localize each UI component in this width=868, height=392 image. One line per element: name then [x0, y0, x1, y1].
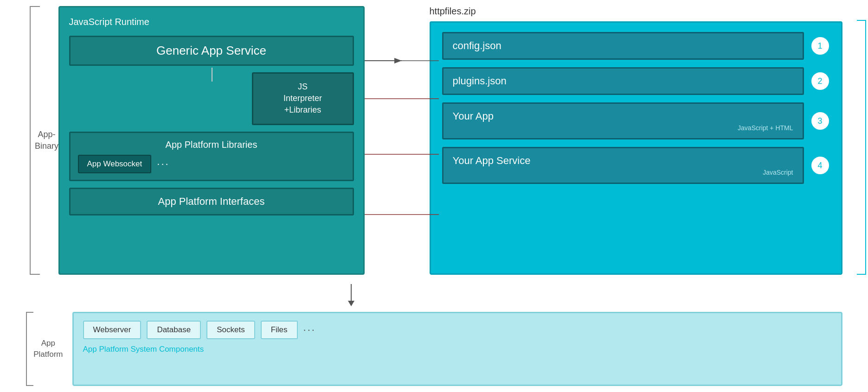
chip-sockets: Sockets — [206, 321, 255, 339]
file-item-your-app-service: Your App Service JavaScript — [442, 147, 804, 184]
websocket-dots: ··· — [157, 158, 169, 170]
your-app-service-sub: JavaScript — [453, 169, 793, 176]
js-interpreter-text: JS Interpreter +Libraries — [283, 82, 322, 114]
app-websocket-row: App Websocket ··· — [78, 155, 345, 173]
your-app-label: Your App — [453, 110, 494, 122]
app-binary-bracket — [30, 6, 40, 275]
js-runtime-label: JavaScript Runtime — [69, 17, 354, 27]
file-row-2: plugins.json 2 — [442, 67, 830, 95]
plugins-json-label: plugins.json — [453, 75, 507, 87]
app-websocket-chip: App Websocket — [78, 155, 152, 173]
file-item-your-app: Your App JavaScript + HTML — [442, 102, 804, 139]
file-row-1: config.json 1 — [442, 32, 830, 60]
app-platform-interfaces-box: App Platform Interfaces — [69, 188, 354, 215]
circle-4: 4 — [810, 156, 830, 175]
chip-database: Database — [147, 321, 201, 339]
vertical-arrow-down — [351, 284, 352, 303]
arrow-down-1 — [212, 68, 212, 82]
app-platform-interfaces-text: App Platform Interfaces — [158, 196, 265, 207]
httpfiles-label: httpfiles.zip — [430, 6, 842, 17]
file-item-config: config.json — [442, 32, 804, 60]
app-platform-label-area: AppPlatform — [26, 312, 63, 386]
app-platform-libraries-label: App Platform Libraries — [78, 139, 345, 150]
js-runtime-box: JavaScript Runtime Generic App Service J… — [58, 6, 365, 275]
app-platform-box: Webserver Database Sockets Files ··· App… — [72, 312, 842, 386]
arrow-gap — [383, 6, 411, 43]
app-platform-label-text: AppPlatform — [33, 338, 63, 360]
your-app-service-label: Your App Service — [453, 155, 531, 166]
app-websocket-text: App Websocket — [87, 159, 142, 168]
your-code-bracket — [857, 20, 866, 275]
chip-files: Files — [261, 321, 298, 339]
file-row-3: Your App JavaScript + HTML 3 — [442, 102, 830, 139]
top-row: App- Binary JavaScript Runtime Generic A… — [26, 6, 842, 284]
js-interpreter-box: JS Interpreter +Libraries — [252, 72, 354, 125]
file-item-plugins: plugins.json — [442, 67, 804, 95]
your-app-sub: JavaScript + HTML — [453, 124, 793, 132]
circle-1: 1 — [810, 36, 830, 56]
platform-dots: ··· — [303, 324, 316, 336]
app-platform-bracket — [26, 312, 34, 386]
app-platform-libraries-box: App Platform Libraries App Websocket ··· — [69, 132, 354, 181]
diagram-root: App- Binary JavaScript Runtime Generic A… — [26, 6, 842, 386]
arrow-head — [348, 301, 354, 306]
circle-2: 2 — [810, 71, 830, 91]
generic-app-service-box: Generic App Service — [69, 36, 354, 66]
chip-webserver: Webserver — [83, 321, 141, 339]
bottom-section: AppPlatform Webserver Database Sockets F… — [26, 312, 842, 386]
platform-system-label: App Platform System Components — [83, 345, 832, 354]
config-json-label: config.json — [453, 40, 502, 51]
arrow-down-area — [26, 284, 842, 303]
app-binary-label-area: App- Binary — [26, 6, 58, 275]
platform-chips-row: Webserver Database Sockets Files ··· — [83, 321, 832, 339]
interpreter-area: JS Interpreter +Libraries — [69, 72, 354, 125]
httpfiles-section: httpfiles.zip config.json 1 plugins.json — [430, 6, 842, 275]
file-row-4: Your App Service JavaScript 4 — [442, 147, 830, 184]
circle-3: 3 — [810, 111, 830, 131]
your-code-area: Your Code — [857, 20, 868, 275]
httpfiles-box: config.json 1 plugins.json 2 — [430, 21, 842, 275]
generic-app-service-text: Generic App Service — [156, 44, 266, 57]
